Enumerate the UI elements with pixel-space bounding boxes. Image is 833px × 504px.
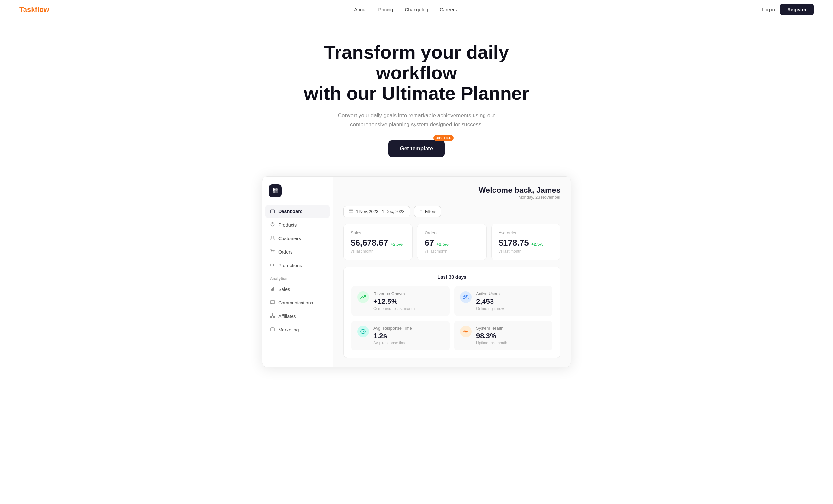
- svg-rect-10: [272, 288, 273, 291]
- sidebar-item-affiliates[interactable]: Affiliates: [265, 310, 330, 323]
- sidebar-item-marketing[interactable]: Marketing: [265, 324, 330, 336]
- svg-point-5: [272, 224, 273, 225]
- affiliates-icon: [270, 313, 275, 320]
- metric-val: 98.3%: [476, 332, 507, 340]
- nav-pricing[interactable]: Pricing: [379, 7, 393, 12]
- metric-val: 1.2s: [373, 332, 412, 340]
- home-icon: [270, 208, 275, 215]
- metric-sub: Online right now: [476, 306, 504, 311]
- stat-card-orders: Orders 67 +2.5% vs last month: [417, 224, 486, 260]
- metric-name: System Health: [476, 326, 507, 330]
- sidebar-item-promotions[interactable]: Promotions: [265, 259, 330, 272]
- metric-text: System Health 98.3% Uptime this month: [476, 326, 507, 345]
- sidebar-logo-icon: [269, 184, 282, 197]
- sidebar-item-label: Products: [278, 222, 297, 228]
- metric-sub: Uptime this month: [476, 341, 507, 345]
- metric-text: Avg. Response Time 1.2s Avg. response ti…: [373, 326, 412, 345]
- stat-label: Avg order: [499, 230, 553, 235]
- metric-name: Avg. Response Time: [373, 326, 412, 330]
- svg-rect-3: [276, 191, 278, 194]
- stat-change: +2.5%: [436, 242, 448, 247]
- stat-card-avg-order: Avg order $178.75 +2.5% vs last month: [491, 224, 561, 260]
- svg-point-18: [467, 296, 468, 297]
- hero-section: Transform your daily workflow with our U…: [0, 19, 833, 176]
- metric-revenue-growth: Revenue Growth +12.5% Compared to last m…: [352, 286, 450, 316]
- svg-point-7: [272, 253, 272, 253]
- sidebar-item-label: Promotions: [278, 263, 302, 268]
- stat-change: +2.5%: [531, 242, 543, 247]
- metric-text: Active Users 2,453 Online right now: [476, 291, 504, 311]
- last30-card: Last 30 days Revenue Growth +12.5% Compa…: [343, 267, 561, 358]
- sidebar-item-orders[interactable]: Orders: [265, 246, 330, 258]
- svg-rect-15: [270, 328, 275, 331]
- filter-bar: 1 Nov, 2023 - 1 Dec, 2023 Filters: [343, 206, 561, 217]
- cta-button[interactable]: Get template: [388, 140, 445, 157]
- svg-point-14: [273, 317, 275, 318]
- active-users-icon: [460, 291, 472, 303]
- nav-changelog[interactable]: Changelog: [405, 7, 428, 12]
- date-range-label: 1 Nov, 2023 - 1 Dec, 2023: [356, 209, 405, 214]
- metric-response-time: Avg. Response Time 1.2s Avg. response ti…: [352, 321, 450, 351]
- nav-about[interactable]: About: [354, 7, 366, 12]
- stat-value: $6,678.67 +2.5%: [351, 238, 405, 248]
- register-button[interactable]: Register: [780, 3, 814, 16]
- sidebar-item-communications[interactable]: Communications: [265, 296, 330, 309]
- sidebar-item-dashboard[interactable]: Dashboard: [265, 205, 330, 218]
- metric-text: Revenue Growth +12.5% Compared to last m…: [373, 291, 414, 311]
- sales-icon: [270, 286, 275, 293]
- last30-title: Last 30 days: [352, 274, 552, 280]
- sidebar-analytics-nav: Sales Communications Affiliates: [262, 283, 333, 336]
- metrics-grid: Revenue Growth +12.5% Compared to last m…: [352, 286, 552, 351]
- metric-sub: Compared to last month: [373, 306, 414, 311]
- sidebar-item-products[interactable]: Products: [265, 219, 330, 231]
- filters-button[interactable]: Filters: [414, 206, 441, 217]
- svg-point-12: [272, 313, 273, 315]
- metric-active-users: Active Users 2,453 Online right now: [454, 286, 552, 316]
- stat-vs: vs last month: [351, 249, 405, 254]
- svg-rect-9: [270, 289, 271, 291]
- stat-vs: vs last month: [499, 249, 553, 254]
- stat-value: 67 +2.5%: [425, 238, 479, 248]
- stat-label: Sales: [351, 230, 405, 235]
- marketing-icon: [270, 327, 275, 333]
- svg-point-6: [271, 236, 273, 238]
- analytics-section-label: Analytics: [262, 272, 333, 283]
- filter-icon: [419, 209, 423, 214]
- welcome-date: Monday, 23 November: [343, 195, 561, 200]
- stat-value: $178.75 +2.5%: [499, 238, 553, 248]
- svg-rect-1: [276, 188, 278, 191]
- response-time-icon: [357, 326, 369, 337]
- svg-rect-11: [273, 287, 275, 291]
- stat-vs: vs last month: [425, 249, 479, 254]
- hero-subtext: Convert your daily goals into remarkable…: [333, 111, 500, 128]
- sidebar-item-label: Dashboard: [278, 209, 303, 214]
- customers-icon: [270, 235, 275, 242]
- svg-rect-16: [349, 209, 353, 213]
- sidebar-logo: [262, 184, 333, 205]
- discount-badge: 30% OFF: [433, 135, 454, 141]
- login-button[interactable]: Log in: [762, 7, 775, 12]
- logo-accent: flow: [35, 5, 49, 14]
- logo[interactable]: Taskflow: [19, 5, 49, 14]
- sidebar-item-label: Orders: [278, 249, 292, 255]
- svg-point-4: [271, 222, 275, 226]
- svg-point-13: [270, 317, 271, 318]
- demo-container: Dashboard Products Customers: [262, 176, 571, 367]
- logo-text: Task: [19, 5, 35, 14]
- metric-name: Revenue Growth: [373, 291, 414, 296]
- products-icon: [270, 222, 275, 228]
- date-range-button[interactable]: 1 Nov, 2023 - 1 Dec, 2023: [343, 206, 410, 217]
- stat-label: Orders: [425, 230, 479, 235]
- sidebar-item-sales[interactable]: Sales: [265, 283, 330, 296]
- sidebar-nav: Dashboard Products Customers: [262, 205, 333, 272]
- calendar-icon: [349, 209, 353, 215]
- revenue-growth-icon: [357, 291, 369, 303]
- main-content: Welcome back, James Monday, 23 November …: [333, 177, 571, 367]
- svg-point-17: [465, 295, 467, 297]
- nav-careers[interactable]: Careers: [440, 7, 457, 12]
- filters-label: Filters: [425, 209, 436, 214]
- navbar: Taskflow About Pricing Changelog Careers…: [0, 0, 833, 19]
- sidebar-item-customers[interactable]: Customers: [265, 232, 330, 245]
- svg-rect-0: [272, 188, 275, 191]
- sidebar-item-label: Affiliates: [278, 314, 296, 319]
